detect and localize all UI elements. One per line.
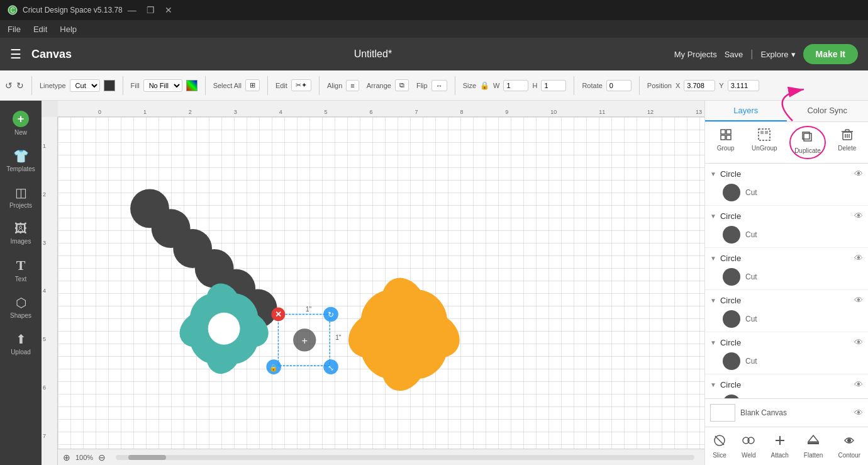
eye-icon-5[interactable]: 👁	[854, 337, 863, 347]
edit-button[interactable]: ✂✦	[291, 79, 311, 91]
zoom-add-icon[interactable]: ⊕	[63, 452, 70, 462]
redo-button[interactable]: ↻	[16, 81, 24, 91]
flatten-tool[interactable]: Flatten	[800, 431, 827, 461]
titlebar: C Cricut Design Space v5.13.78 — ❐ ✕	[0, 0, 868, 20]
delete-tool[interactable]: Delete	[833, 126, 861, 159]
eye-icon-1[interactable]: 👁	[854, 169, 863, 179]
rotate-input[interactable]	[606, 80, 632, 91]
ungroup-tool[interactable]: UnGroup	[747, 126, 782, 159]
layer-cut-1: Cut	[745, 188, 757, 197]
slice-icon	[713, 434, 726, 451]
group-tool[interactable]: Group	[712, 126, 740, 159]
align-group: Align ≡	[327, 80, 359, 91]
layer-header-1: ▼ Circle 👁	[705, 164, 868, 181]
save-button[interactable]: Save	[725, 50, 743, 59]
layer-item-4: Cut	[705, 308, 868, 332]
chevron-icon-3[interactable]: ▼	[710, 255, 716, 262]
svg-rect-39	[721, 130, 725, 134]
zoom-level: 100%	[75, 454, 93, 461]
chevron-icon-6[interactable]: ▼	[710, 381, 716, 388]
duplicate-tool[interactable]: Duplicate	[789, 126, 826, 159]
close-button[interactable]: ✕	[165, 5, 172, 15]
menu-help[interactable]: Help	[60, 25, 77, 34]
eye-icon-3[interactable]: 👁	[854, 253, 863, 263]
weld-icon	[742, 434, 755, 451]
sidebar-item-new[interactable]: + New	[3, 106, 38, 141]
chevron-icon-4[interactable]: ▼	[710, 297, 716, 304]
layer-cut-2: Cut	[745, 230, 757, 239]
tab-layers[interactable]: Layers	[705, 101, 787, 121]
slice-tool[interactable]: Slice	[709, 431, 730, 461]
sidebar-item-upload[interactable]: ⬆ Upload	[3, 327, 38, 361]
linetype-color[interactable]	[104, 80, 115, 91]
layer-name-6: Circle	[720, 380, 850, 389]
select-all-button[interactable]: ⊞	[245, 79, 260, 91]
tab-color-sync[interactable]: Color Sync	[787, 101, 869, 121]
hamburger-menu[interactable]: ☰	[10, 47, 21, 62]
y-input[interactable]	[728, 80, 759, 91]
eye-icon-4[interactable]: 👁	[854, 295, 863, 305]
attach-tool[interactable]: Attach	[767, 431, 793, 461]
sidebar-item-images[interactable]: 🖼 Images	[3, 216, 38, 250]
menubar: File Edit Help	[0, 20, 868, 38]
canvas-area[interactable]: 012345 678910111213 1 2 3 4 5 6 7	[42, 101, 704, 465]
make-it-button[interactable]: Make It	[803, 44, 858, 64]
svg-rect-59	[808, 442, 819, 444]
arrange-label: Arrange	[367, 82, 391, 89]
arrange-button[interactable]: ⧉	[395, 79, 409, 91]
x-input[interactable]	[684, 80, 715, 91]
sidebar-item-templates[interactable]: 👕 Templates	[3, 143, 38, 177]
ungroup-label: UnGroup	[752, 145, 777, 152]
sep6	[455, 76, 455, 95]
explore-arrow-icon: ▾	[791, 50, 796, 59]
explore-button[interactable]: Explore ▾	[760, 50, 795, 59]
chevron-icon-1[interactable]: ▼	[710, 171, 716, 177]
menu-edit[interactable]: Edit	[33, 25, 47, 34]
sidebar-item-projects[interactable]: ◫ Projects	[3, 180, 38, 214]
my-projects-button[interactable]: My Projects	[674, 50, 717, 59]
arrange-group: Arrange ⧉	[367, 79, 409, 91]
sidebar-item-shapes[interactable]: ⬡ Shapes	[3, 290, 38, 324]
restore-button[interactable]: ❐	[147, 5, 155, 15]
layer-item-6: Cut	[705, 392, 868, 398]
flip-button[interactable]: ↔	[431, 80, 447, 91]
duplicate-icon	[801, 131, 814, 146]
undo-button[interactable]: ↺	[5, 81, 13, 91]
svg-point-61	[847, 439, 851, 442]
window-controls: — ❐ ✕	[128, 5, 172, 15]
fill-select[interactable]: No Fill	[143, 79, 182, 92]
topnav: ☰ Canvas Untitled* My Projects Save | Ex…	[0, 38, 868, 70]
align-button[interactable]: ≡	[346, 80, 359, 91]
sep1	[31, 76, 32, 95]
chevron-icon-5[interactable]: ▼	[710, 339, 716, 346]
svg-rect-46	[804, 133, 811, 141]
contour-tool[interactable]: Contour	[834, 431, 864, 461]
fill-color[interactable]	[186, 80, 198, 91]
height-input[interactable]	[541, 80, 566, 91]
separator: |	[750, 48, 753, 60]
undo-redo-group: ↺ ↻	[5, 81, 24, 91]
weld-tool[interactable]: Weld	[738, 431, 760, 461]
zoom-out-icon[interactable]: ⊖	[98, 452, 106, 462]
canvas-content[interactable]: ✕ ↻ + 🔒 ⤡ 1" 1"	[58, 117, 704, 449]
projects-label: Projects	[9, 202, 32, 209]
canvas-scrollbar: ⊕ 100% ⊖	[58, 449, 704, 465]
blank-canvas-eye-icon[interactable]: 👁	[854, 408, 863, 418]
sep8	[639, 76, 640, 95]
minimize-button[interactable]: —	[128, 5, 136, 15]
layers-list[interactable]: ▼ Circle 👁 Cut ▼ Circle 👁 Cut	[705, 164, 868, 398]
chevron-icon-2[interactable]: ▼	[710, 213, 716, 220]
sidebar-item-text[interactable]: T Text	[3, 252, 38, 288]
eye-icon-6[interactable]: 👁	[854, 379, 863, 389]
eye-icon-2[interactable]: 👁	[854, 211, 863, 221]
upload-icon: ⬆	[16, 332, 26, 347]
explore-label: Explore	[760, 50, 788, 59]
main-area: + New 👕 Templates ◫ Projects 🖼 Images T …	[0, 101, 868, 465]
attach-icon	[773, 434, 787, 451]
images-label: Images	[11, 238, 31, 245]
layer-group-1: ▼ Circle 👁 Cut	[705, 164, 868, 206]
svg-text:+: +	[301, 335, 308, 346]
linetype-select[interactable]: Cut	[70, 79, 100, 92]
menu-file[interactable]: File	[8, 25, 21, 34]
width-input[interactable]	[503, 80, 528, 91]
